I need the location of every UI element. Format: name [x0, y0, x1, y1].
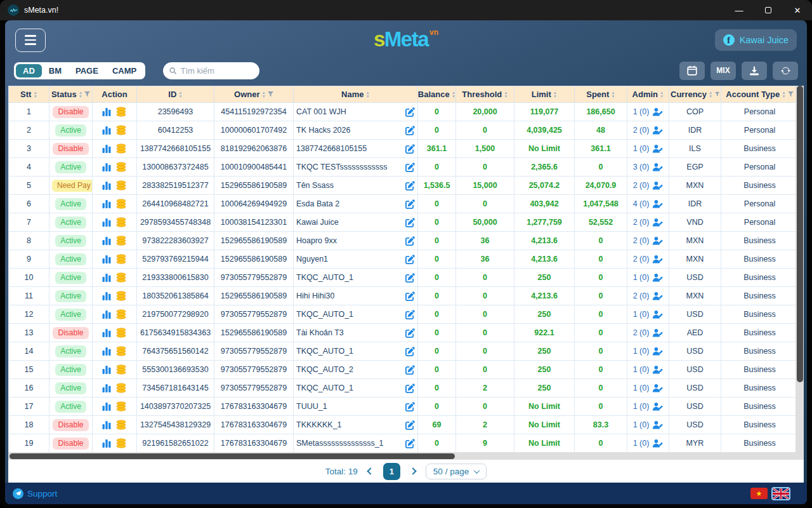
user-edit-icon[interactable]	[652, 402, 663, 411]
user-edit-icon[interactable]	[652, 365, 663, 374]
coins-icon[interactable]	[115, 217, 127, 227]
user-edit-icon[interactable]	[652, 236, 663, 245]
horizontal-scrollbar-thumb[interactable]	[10, 453, 455, 459]
analytics-icon[interactable]	[102, 255, 111, 264]
current-page-button[interactable]: 1	[383, 463, 400, 480]
coins-icon[interactable]	[115, 291, 127, 301]
user-edit-icon[interactable]	[652, 199, 663, 208]
coins-icon[interactable]	[115, 383, 127, 393]
refresh-button[interactable]	[773, 62, 798, 80]
coins-icon[interactable]	[115, 125, 127, 135]
export-button[interactable]	[742, 62, 767, 80]
edit-icon[interactable]	[405, 144, 415, 154]
coins-icon[interactable]	[115, 180, 127, 190]
column-header-currency[interactable]: Currency▲▼	[669, 86, 721, 103]
filter-icon[interactable]	[84, 91, 90, 97]
user-edit-icon[interactable]	[652, 163, 663, 171]
analytics-icon[interactable]	[102, 402, 111, 411]
coins-icon[interactable]	[115, 236, 127, 246]
analytics-icon[interactable]	[102, 126, 111, 135]
coins-icon[interactable]	[115, 328, 127, 338]
edit-icon[interactable]	[405, 126, 415, 135]
tab-page[interactable]: PAGE	[69, 64, 105, 77]
edit-icon[interactable]	[405, 439, 415, 448]
mix-button[interactable]: MIX	[710, 62, 736, 80]
edit-icon[interactable]	[405, 420, 415, 430]
user-edit-icon[interactable]	[652, 384, 663, 392]
analytics-icon[interactable]	[102, 347, 111, 356]
edit-icon[interactable]	[405, 402, 415, 411]
edit-icon[interactable]	[405, 291, 415, 301]
edit-icon[interactable]	[405, 347, 415, 356]
user-edit-icon[interactable]	[652, 310, 663, 319]
analytics-icon[interactable]	[102, 107, 111, 116]
user-edit-icon[interactable]	[652, 144, 663, 153]
user-edit-icon[interactable]	[652, 218, 663, 227]
column-header-threshold[interactable]: Threshold▲▼	[456, 86, 514, 103]
column-header-admin[interactable]: Admin▲▼	[627, 86, 669, 103]
menu-button[interactable]	[15, 29, 46, 52]
column-header-balance[interactable]: Balance▲▼	[418, 86, 456, 103]
english-flag-button[interactable]	[771, 487, 790, 500]
filter-icon[interactable]	[268, 91, 273, 97]
analytics-icon[interactable]	[102, 199, 111, 208]
column-header-account-type[interactable]: Account Type▲▼	[721, 86, 796, 103]
tab-ad[interactable]: AD	[16, 64, 42, 77]
edit-icon[interactable]	[405, 310, 415, 319]
column-header-status[interactable]: Status▲▼	[49, 86, 93, 103]
coins-icon[interactable]	[115, 401, 127, 411]
prev-page-button[interactable]	[367, 467, 374, 474]
user-edit-icon[interactable]	[652, 439, 663, 448]
coins-icon[interactable]	[115, 364, 127, 375]
analytics-icon[interactable]	[102, 420, 111, 429]
column-header-action[interactable]: Action	[93, 86, 137, 103]
column-header-id[interactable]: ID▲▼	[137, 86, 214, 103]
coins-icon[interactable]	[115, 420, 127, 430]
support-link[interactable]: Support	[13, 488, 57, 499]
vertical-scrollbar-thumb[interactable]	[797, 86, 803, 382]
column-header-name[interactable]: Name▲▼	[294, 86, 418, 103]
analytics-icon[interactable]	[102, 181, 111, 190]
analytics-icon[interactable]	[102, 218, 111, 227]
tab-camp[interactable]: CAMP	[105, 64, 143, 77]
analytics-icon[interactable]	[102, 439, 111, 448]
analytics-icon[interactable]	[102, 144, 111, 153]
coins-icon[interactable]	[115, 144, 127, 154]
edit-icon[interactable]	[405, 236, 415, 246]
user-edit-icon[interactable]	[652, 126, 663, 135]
coins-icon[interactable]	[115, 346, 127, 356]
user-edit-icon[interactable]	[652, 273, 663, 282]
user-edit-icon[interactable]	[652, 347, 663, 356]
edit-icon[interactable]	[405, 273, 415, 283]
analytics-icon[interactable]	[102, 328, 111, 337]
column-header-stt[interactable]: Stt▲▼	[9, 86, 49, 103]
user-edit-icon[interactable]	[652, 291, 663, 300]
analytics-icon[interactable]	[102, 236, 111, 245]
column-header-spent[interactable]: Spent▲▼	[575, 86, 627, 103]
vietnamese-flag-button[interactable]: ★	[750, 488, 768, 499]
coins-icon[interactable]	[115, 438, 127, 448]
coins-icon[interactable]	[115, 199, 127, 209]
analytics-icon[interactable]	[102, 163, 111, 171]
close-button[interactable]: ✕	[783, 0, 812, 20]
edit-icon[interactable]	[405, 163, 415, 172]
profile-button[interactable]: f Kawai Juice	[715, 29, 797, 51]
edit-icon[interactable]	[405, 199, 415, 209]
search-input[interactable]	[180, 66, 253, 76]
date-range-button[interactable]	[679, 62, 705, 80]
tab-bm[interactable]: BM	[42, 64, 69, 77]
filter-icon[interactable]	[788, 91, 794, 97]
coins-icon[interactable]	[115, 309, 127, 319]
maximize-button[interactable]	[754, 0, 783, 20]
analytics-icon[interactable]	[102, 310, 111, 319]
user-edit-icon[interactable]	[652, 255, 663, 264]
user-edit-icon[interactable]	[652, 181, 663, 190]
vertical-scrollbar[interactable]	[796, 86, 804, 452]
column-header-owner[interactable]: Owner▲▼	[214, 86, 294, 103]
analytics-icon[interactable]	[102, 365, 111, 374]
column-header-limit[interactable]: Limit▲▼	[514, 86, 575, 103]
edit-icon[interactable]	[405, 365, 415, 375]
edit-icon[interactable]	[405, 218, 415, 227]
page-size-select[interactable]: 50 / page	[426, 464, 487, 479]
coins-icon[interactable]	[115, 162, 127, 172]
